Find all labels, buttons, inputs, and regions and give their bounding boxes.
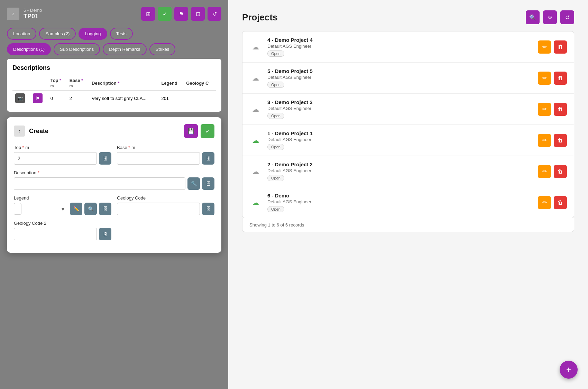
col-legend: Legend xyxy=(158,76,183,91)
create-modal: ‹ Create 💾 ✓ Top * m 🗄 xyxy=(7,117,221,253)
back-button[interactable]: ‹ xyxy=(7,8,19,20)
tab-descriptions[interactable]: Descriptions (1) xyxy=(7,43,51,55)
create-check-button[interactable]: ✓ xyxy=(201,124,214,138)
row-top: 0 xyxy=(48,91,67,106)
geology-code2-input[interactable] xyxy=(14,228,97,240)
descriptions-table: Top *m Base *m Description * Legend Geol… xyxy=(12,76,216,106)
tab-logging[interactable]: Logging xyxy=(79,28,107,40)
project-actions: ✏ 🗑 xyxy=(538,134,567,147)
base-input[interactable] xyxy=(117,152,200,165)
project-delete-button[interactable]: 🗑 xyxy=(554,103,567,116)
base-db-button[interactable]: 🗄 xyxy=(202,152,214,165)
legend-edit-button[interactable]: ✏️ xyxy=(70,203,82,215)
tab-location[interactable]: Location xyxy=(7,28,36,40)
split-button[interactable]: ⊡ xyxy=(191,7,205,21)
project-actions: ✏ 🗑 xyxy=(538,103,567,116)
form-group-geology2: Geology Code 2 🗄 xyxy=(14,221,111,240)
legend-db-button[interactable]: 🗄 xyxy=(99,203,111,215)
project-delete-button[interactable]: 🗑 xyxy=(554,196,567,209)
grid-button[interactable]: ⊞ xyxy=(141,7,155,21)
row-flag-button[interactable]: ⚑ xyxy=(33,93,43,103)
project-engineer: Default AGS Engineer xyxy=(267,199,538,204)
row-camera-button[interactable]: 📷 xyxy=(15,93,25,103)
tab-row-2: Descriptions (1) Sub Descriptions Depth … xyxy=(7,43,221,55)
projects-list: ☁ 4 - Demo Project 4 Default AGS Enginee… xyxy=(242,31,574,218)
form-group-top: Top * m 🗄 xyxy=(14,145,111,165)
add-fab-button[interactable]: + xyxy=(560,361,578,379)
descriptions-title: Descriptions xyxy=(12,64,216,72)
status-badge: Open xyxy=(267,144,284,150)
form-row-geology2: Geology Code 2 🗄 xyxy=(14,221,214,240)
project-edit-button[interactable]: ✏ xyxy=(538,134,551,147)
check-button[interactable]: ✓ xyxy=(158,7,172,21)
cloud-icon: ☁ xyxy=(249,196,262,209)
legend-select[interactable] xyxy=(14,203,21,215)
create-header-actions: 💾 ✓ xyxy=(184,124,214,138)
project-item: ☁ 3 - Demo Project 3 Default AGS Enginee… xyxy=(242,94,574,125)
project-engineer: Default AGS Engineer xyxy=(267,106,538,111)
refresh-button[interactable]: ↺ xyxy=(208,7,221,21)
project-info: 4 - Demo Project 4 Default AGS Engineer … xyxy=(267,37,538,57)
description-input-group: 🔧 🗄 xyxy=(14,177,214,190)
description-db-button[interactable]: 🗄 xyxy=(202,177,214,190)
top-db-button[interactable]: 🗄 xyxy=(99,152,111,165)
create-save-button[interactable]: 💾 xyxy=(184,124,198,138)
geology-code-input[interactable] xyxy=(117,203,200,215)
projects-settings-button[interactable]: ⚙ xyxy=(543,10,557,24)
tab-depth-remarks[interactable]: Depth Remarks xyxy=(103,43,146,55)
geology-code-db-button[interactable]: 🗄 xyxy=(202,203,214,215)
col-description: Description * xyxy=(89,76,158,91)
project-actions: ✏ 🗑 xyxy=(538,40,567,54)
description-input[interactable] xyxy=(14,177,185,190)
project-name: 1 - Demo Project 1 xyxy=(267,130,538,136)
project-edit-button[interactable]: ✏ xyxy=(538,72,551,85)
title-block: 6 - Demo TP01 xyxy=(24,8,42,20)
project-delete-button[interactable]: 🗑 xyxy=(554,134,567,147)
project-delete-button[interactable]: 🗑 xyxy=(554,165,567,178)
geology-code2-db-button[interactable]: 🗄 xyxy=(99,228,111,240)
project-edit-button[interactable]: ✏ xyxy=(538,165,551,178)
project-item: ☁ 1 - Demo Project 1 Default AGS Enginee… xyxy=(242,125,574,156)
top-input[interactable] xyxy=(14,152,97,165)
legend-input-group: ✏️ 🔍 🗄 xyxy=(14,203,111,215)
project-delete-button[interactable]: 🗑 xyxy=(554,72,567,85)
base-input-group: 🗄 xyxy=(117,152,214,165)
status-badge: Open xyxy=(267,82,284,88)
status-badge: Open xyxy=(267,175,284,181)
legend-search-button[interactable]: 🔍 xyxy=(84,203,97,215)
cloud-icon: ☁ xyxy=(249,72,262,84)
project-edit-button[interactable]: ✏ xyxy=(538,103,551,116)
project-edit-button[interactable]: ✏ xyxy=(538,196,551,209)
col-icons xyxy=(12,76,30,91)
status-badge: Open xyxy=(267,113,284,119)
geology-code-label: Geology Code xyxy=(117,195,214,201)
col-top: Top *m xyxy=(48,76,67,91)
project-info: 3 - Demo Project 3 Default AGS Engineer … xyxy=(267,99,538,119)
header-bar: ‹ 6 - Demo TP01 ⊞ ✓ ⚑ ⊡ ↺ xyxy=(7,7,221,21)
tab-samples[interactable]: Samples (2) xyxy=(39,28,76,40)
form-group-geology-code: Geology Code 🗄 xyxy=(117,195,214,215)
projects-refresh-button[interactable]: ↺ xyxy=(560,10,574,24)
project-engineer: Default AGS Engineer xyxy=(267,44,538,49)
project-actions: ✏ 🗑 xyxy=(538,165,567,178)
tab-row-1: Location Samples (2) Logging Tests xyxy=(7,28,221,40)
right-panel: Projects 🔍 ⚙ ↺ ☁ 4 - Demo Project 4 Defa… xyxy=(228,0,588,389)
tab-sub-descriptions[interactable]: Sub Descriptions xyxy=(54,43,100,55)
description-wrench-button[interactable]: 🔧 xyxy=(187,177,200,190)
left-panel: ‹ 6 - Demo TP01 ⊞ ✓ ⚑ ⊡ ↺ Location Sampl… xyxy=(0,0,228,389)
tab-strikes[interactable]: Strikes xyxy=(149,43,176,55)
project-edit-button[interactable]: ✏ xyxy=(538,40,551,54)
project-name: 6 - Demo xyxy=(267,193,538,198)
create-title: Create xyxy=(29,128,48,135)
create-back-button[interactable]: ‹ xyxy=(14,126,25,137)
legend-label: Legend xyxy=(14,195,111,201)
project-actions: ✏ 🗑 xyxy=(538,72,567,85)
project-delete-button[interactable]: 🗑 xyxy=(554,40,567,54)
projects-search-button[interactable]: 🔍 xyxy=(526,10,540,24)
form-group-legend: Legend ✏️ 🔍 🗄 xyxy=(14,195,111,215)
subtitle: 6 - Demo xyxy=(24,8,42,13)
flag-button[interactable]: ⚑ xyxy=(174,7,188,21)
description-label: Description * xyxy=(14,170,214,175)
tab-tests[interactable]: Tests xyxy=(110,28,133,40)
cloud-icon: ☁ xyxy=(249,134,262,147)
